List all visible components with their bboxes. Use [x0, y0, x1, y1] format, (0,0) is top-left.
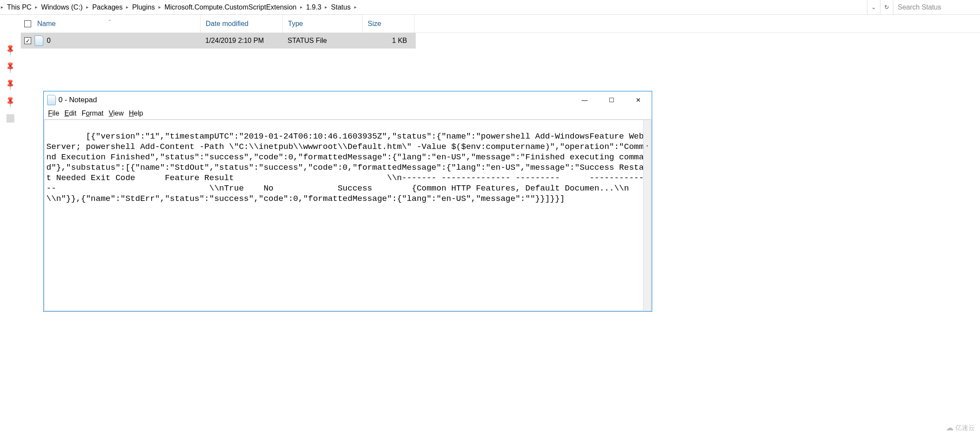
minimize-button[interactable]: — [571, 91, 598, 109]
watermark: ☁ 亿速云 [946, 423, 975, 433]
breadcrumb-segment[interactable]: Status [327, 0, 354, 14]
file-icon [35, 36, 43, 46]
quick-access-rail: 📌 📌 📌 📌 [0, 15, 21, 436]
address-bar: ▸This PC▸Windows (C:)▸Packages▸Plugins▸M… [0, 0, 980, 15]
watermark-text: 亿速云 [955, 424, 975, 432]
breadcrumb-segment[interactable]: 1.9.3 [303, 0, 325, 14]
pin-icon[interactable]: 📌 [3, 95, 17, 108]
file-type: STATUS File [282, 37, 362, 45]
menu-format[interactable]: Format [80, 110, 105, 117]
column-header-date[interactable]: Date modified [200, 15, 282, 32]
pin-icon[interactable]: 📌 [3, 43, 17, 56]
menu-file[interactable]: File [46, 110, 61, 117]
notepad-menu-bar: File Edit Format View Help [44, 109, 652, 119]
pin-icon[interactable]: 📌 [3, 78, 17, 91]
notepad-title: 0 - Notepad [58, 96, 571, 104]
column-header-row: Name ⌃ Date modified Type Size [21, 15, 980, 33]
notepad-titlebar[interactable]: 0 - Notepad — ☐ ✕ [44, 91, 652, 109]
sort-ascending-icon: ⌃ [22, 19, 197, 24]
maximize-button[interactable]: ☐ [598, 91, 625, 109]
file-name: 0 [47, 37, 51, 45]
file-date: 1/24/2019 2:10 PM [200, 37, 282, 45]
refresh-button[interactable]: ↻ [880, 0, 893, 14]
column-header-size[interactable]: Size [362, 15, 414, 32]
menu-help[interactable]: Help [127, 110, 145, 117]
breadcrumb-segment[interactable]: Packages [89, 0, 126, 14]
notepad-text-area[interactable]: [{"version":"1","timestampUTC":"2019-01-… [44, 119, 651, 311]
pin-icon[interactable]: 📌 [3, 60, 17, 74]
column-header-type[interactable]: Type [282, 15, 362, 32]
cloud-icon: ☁ [946, 423, 954, 433]
breadcrumb-dropdown-button[interactable]: ⌄ [867, 0, 880, 14]
notepad-window: 0 - Notepad — ☐ ✕ File Edit Format View … [43, 91, 652, 312]
breadcrumb[interactable]: ▸This PC▸Windows (C:)▸Packages▸Plugins▸M… [0, 0, 867, 14]
breadcrumb-segment[interactable]: Microsoft.Compute.CustomScriptExtension [161, 0, 300, 14]
file-row[interactable]: 0 1/24/2019 2:10 PM STATUS File 1 KB [21, 33, 416, 48]
notepad-icon [47, 95, 56, 105]
breadcrumb-segment[interactable]: This PC [3, 0, 35, 14]
notepad-content: [{"version":"1","timestampUTC":"2019-01-… [46, 132, 649, 203]
breadcrumb-segment[interactable]: Plugins [129, 0, 158, 14]
chevron-right-icon[interactable]: ▸ [354, 0, 357, 14]
vertical-scrollbar[interactable]: ▴ [643, 120, 651, 310]
breadcrumb-segment[interactable]: Windows (C:) [38, 0, 86, 14]
file-size: 1 KB [362, 37, 414, 45]
menu-edit[interactable]: Edit [63, 110, 78, 117]
scroll-up-icon[interactable]: ▴ [644, 141, 651, 149]
close-button[interactable]: ✕ [625, 91, 652, 109]
search-input[interactable] [893, 0, 980, 14]
menu-view[interactable]: View [107, 110, 125, 117]
row-checkbox[interactable] [24, 37, 31, 44]
file-list-area: Name ⌃ Date modified Type Size 0 1/24/20… [21, 15, 980, 436]
pin-active-item[interactable] [6, 114, 15, 123]
